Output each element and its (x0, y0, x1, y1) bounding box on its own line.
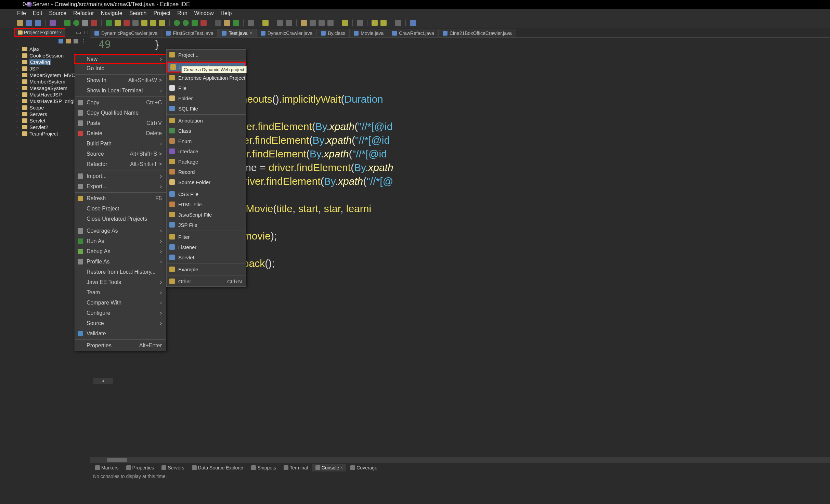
ctx-item-close-unrelated-projects[interactable]: Close Unrelated Projects (75, 214, 166, 224)
ctx-item-show-in-local-terminal[interactable]: Show in Local Terminal› (75, 86, 166, 96)
ctx-item-import-[interactable]: Import...› (75, 171, 166, 181)
ctx-item-new[interactable]: New› (74, 54, 167, 64)
open-type-icon[interactable] (248, 20, 254, 26)
editor-tab[interactable]: FirstScriptTest.java (162, 29, 218, 37)
menu-source[interactable]: Source (49, 10, 66, 16)
menu-help[interactable]: Help (220, 10, 232, 16)
expand-arrow-icon[interactable]: › (16, 99, 20, 103)
new-item-enterprise-application-project[interactable]: Enterprise Application Project (167, 73, 246, 83)
ctx-item-build-path[interactable]: Build Path› (75, 139, 166, 149)
expand-arrow-icon[interactable]: › (16, 119, 20, 123)
ctx-item-compare-with[interactable]: Compare With› (75, 298, 166, 308)
menu-search[interactable]: Search (129, 10, 147, 16)
menu-run[interactable]: Run (177, 10, 187, 16)
step-return-icon[interactable] (159, 20, 165, 26)
new-item-filter[interactable]: Filter (167, 232, 246, 242)
editor-tab[interactable]: By.class (317, 29, 350, 37)
collapse-all-icon[interactable] (59, 39, 63, 43)
ctx-item-show-in[interactable]: Show InAlt+Shift+W > (75, 75, 166, 86)
new-item-project-[interactable]: Project... (167, 50, 246, 60)
debug-last-icon[interactable] (192, 20, 198, 26)
ctx-item-refactor[interactable]: RefactorAlt+Shift+T > (75, 159, 166, 169)
toggle-breadcrumb-icon[interactable] (301, 20, 307, 26)
close-icon[interactable]: × (60, 30, 62, 35)
ctx-item-copy-qualified-name[interactable]: Copy Qualified Name (75, 108, 166, 118)
ctx-item-properties[interactable]: PropertiesAlt+Enter (75, 340, 166, 351)
ctx-item-go-into[interactable]: Go Into (75, 63, 166, 74)
expand-arrow-icon[interactable]: › (16, 132, 20, 136)
view-menu-icon[interactable]: ⋮ (81, 38, 87, 44)
expand-arrow-icon[interactable]: › (16, 67, 20, 71)
ctx-item-configure[interactable]: Configure› (75, 308, 166, 318)
expand-arrow-icon[interactable]: › (16, 73, 20, 77)
new-item-folder[interactable]: Folder (167, 93, 246, 103)
link-editor-icon[interactable] (66, 39, 71, 43)
expand-arrow-icon[interactable]: › (16, 86, 20, 90)
coverage-icon[interactable] (183, 20, 189, 26)
bottom-tab-snippets[interactable]: Snippets (248, 464, 279, 471)
new-item-javascript-file[interactable]: JavaScript File (167, 209, 246, 220)
new-item-enum[interactable]: Enum (167, 136, 246, 146)
expand-arrow-icon[interactable]: › (16, 54, 20, 58)
search-icon[interactable] (262, 20, 269, 26)
bottom-tab-coverage[interactable]: Coverage (347, 464, 381, 471)
menu-navigate[interactable]: Navigate (101, 10, 122, 16)
bottom-tab-servers[interactable]: Servers (158, 464, 187, 471)
ctx-item-refresh[interactable]: RefreshF5 (75, 193, 166, 204)
new-item-source-folder[interactable]: Source Folder (167, 177, 246, 187)
ctx-item-run-as[interactable]: Run As› (75, 236, 166, 246)
perspective-icon[interactable] (410, 20, 416, 26)
switch-icon[interactable] (357, 20, 363, 26)
menu-file[interactable]: File (17, 10, 26, 16)
expand-arrow-icon[interactable]: › (16, 112, 20, 116)
last-edit-icon[interactable] (395, 20, 401, 26)
menu-project[interactable]: Project (153, 10, 170, 16)
editor-tab[interactable]: Movie.java (350, 29, 388, 37)
new-item-interface[interactable]: Interface (167, 146, 246, 156)
expand-arrow-icon[interactable]: › (16, 106, 20, 110)
bottom-tab-markers[interactable]: Markers (92, 464, 122, 471)
new-item-example-[interactable]: Example... (167, 264, 246, 274)
suspend-icon[interactable] (115, 20, 121, 26)
ctx-item-team[interactable]: Team› (75, 287, 166, 298)
run-last-icon[interactable] (174, 20, 180, 26)
tree-item-ajax[interactable]: ›Ajax (16, 46, 90, 52)
expand-arrow-icon[interactable]: › (16, 60, 20, 64)
run-icon[interactable] (73, 20, 79, 26)
ctx-item-export-[interactable]: Export...› (75, 181, 166, 192)
save-all-icon[interactable] (35, 20, 41, 26)
new-item-servlet[interactable]: Servlet (167, 252, 246, 262)
bottom-tab-console[interactable]: Console× (312, 464, 346, 471)
external-tools-icon[interactable] (200, 20, 207, 26)
ctx-item-close-project[interactable]: Close Project (75, 204, 166, 214)
ctx-item-source[interactable]: Source› (75, 318, 166, 328)
toggle-block-icon[interactable] (319, 20, 325, 26)
menu-edit[interactable]: Edit (33, 10, 42, 16)
debug-icon[interactable] (64, 20, 70, 26)
new-class-icon[interactable] (233, 20, 239, 26)
new-icon[interactable] (17, 20, 23, 26)
show-whitespace-icon[interactable] (327, 20, 334, 26)
annotation2-icon[interactable] (286, 20, 292, 26)
ctx-item-delete[interactable]: DeleteDelete (75, 128, 166, 139)
new-item-sql-file[interactable]: SQL File (167, 103, 246, 114)
terminate-icon[interactable] (124, 20, 130, 26)
ctx-item-java-ee-tools[interactable]: Java EE Tools› (75, 277, 166, 287)
toggle-icon[interactable] (50, 20, 56, 26)
ctx-item-source[interactable]: SourceAlt+Shift+S > (75, 149, 166, 159)
expand-arrow-icon[interactable]: › (16, 47, 20, 51)
new-package-icon[interactable] (224, 20, 230, 26)
new-item-css-file[interactable]: CSS File (167, 189, 246, 199)
disconnect-icon[interactable] (132, 20, 139, 26)
pause-icon[interactable] (82, 20, 88, 26)
stop-icon[interactable] (91, 20, 97, 26)
editor-tab[interactable]: CrawRefact.java (388, 29, 439, 37)
ctx-item-profile-as[interactable]: Profile As› (75, 257, 166, 267)
maximize-icon[interactable]: □ (82, 29, 90, 36)
back-icon[interactable]: ← (372, 20, 378, 26)
horizontal-scrollbar[interactable] (90, 457, 830, 463)
menu-window[interactable]: Window (194, 10, 214, 16)
ctx-item-restore-from-local-history-[interactable]: Restore from Local History... (75, 267, 166, 277)
new-item-listener[interactable]: Listener (167, 242, 246, 252)
pin-editor-icon[interactable] (342, 20, 348, 26)
